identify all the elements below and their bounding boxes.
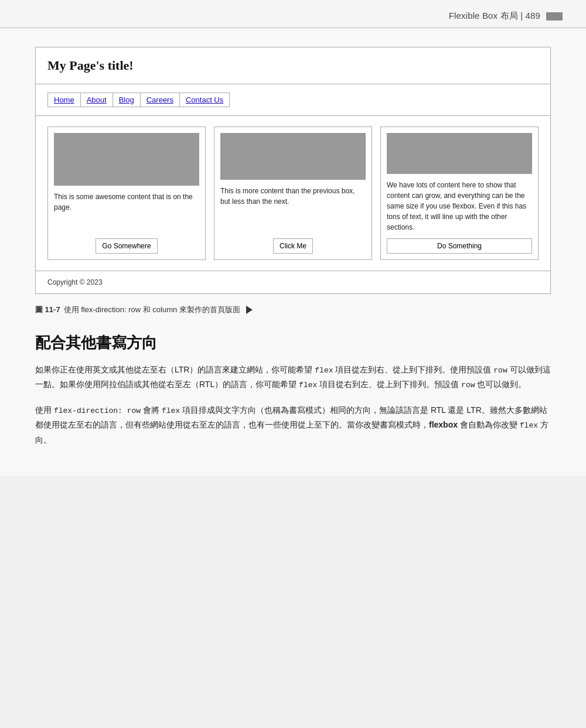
content-area: My Page's title! Home About Blog Careers… [0, 28, 586, 476]
body-paragraph-1: 如果你正在使用英文或其他從左至右（LTR）的語言來建立網站，你可能希望 flex… [35, 363, 551, 392]
demo-title-bar: My Page's title! [36, 47, 550, 84]
nav-item-contact[interactable]: Contact Us [180, 93, 230, 107]
nav-item-blog[interactable]: Blog [113, 93, 141, 107]
page-header: Flexible Box 布局 | 489 [0, 0, 586, 28]
figure-caption: 圖 11-7 使用 flex-direction: row 和 column 來… [35, 305, 551, 315]
demo-card-1: This is some awesome content that is on … [47, 127, 206, 260]
browser-frame: My Page's title! Home About Blog Careers… [35, 47, 551, 294]
demo-content: This is some awesome content that is on … [36, 116, 550, 271]
nav-item-home[interactable]: Home [47, 93, 81, 107]
nav-item-about[interactable]: About [81, 93, 113, 107]
card-text-1: This is some awesome content that is on … [54, 192, 199, 233]
page-header-bar [546, 12, 563, 20]
go-somewhere-button[interactable]: Go Somewhere [96, 238, 157, 254]
demo-card-3: We have lots of content here to show tha… [380, 127, 539, 260]
demo-footer: Copyright © 2023 [36, 271, 550, 293]
page-header-title: Flexible Box 布局 | 489 [449, 11, 540, 22]
card-image-2 [220, 133, 366, 180]
footer-copyright: Copyright © 2023 [47, 278, 103, 286]
play-icon [246, 306, 253, 314]
demo-card-2: This is more content than the previous b… [214, 127, 372, 260]
demo-nav: Home About Blog Careers Contact Us [36, 84, 550, 116]
demo-page-title: My Page's title! [47, 58, 539, 73]
click-me-button[interactable]: Click Me [273, 238, 313, 254]
card-image-1 [54, 133, 199, 186]
card-text-2: This is more content than the previous b… [220, 186, 366, 233]
nav-item-careers[interactable]: Careers [141, 93, 180, 107]
body-paragraph-2: 使用 flex-direction: row 會將 flex 項目排成與文字方向… [35, 403, 551, 447]
caption-label: 圖 11-7 [35, 305, 60, 315]
card-text-3: We have lots of content here to show tha… [387, 180, 532, 233]
card-image-3 [387, 133, 532, 174]
section-heading: 配合其他書寫方向 [35, 333, 551, 353]
do-something-button[interactable]: Do Something [387, 238, 532, 254]
caption-text: 使用 flex-direction: row 和 column 來製作的首頁版面 [64, 305, 240, 315]
